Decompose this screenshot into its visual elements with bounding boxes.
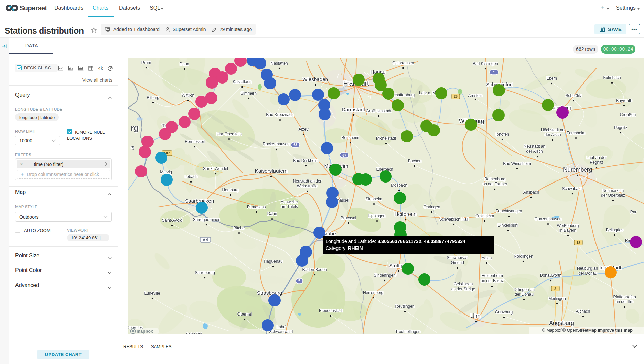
svg-text:Homburg: Homburg (222, 188, 238, 192)
svg-text:der Oberpfalz: der Oberpfalz (601, 193, 625, 198)
svg-text:Wittlich: Wittlich (182, 93, 194, 98)
svg-text:Geislingen: Geislingen (454, 282, 473, 286)
svg-text:Bruchsal: Bruchsal (341, 216, 356, 220)
svg-text:Bitche: Bitche (234, 226, 245, 230)
svg-text:Heilbronn: Heilbronn (395, 211, 417, 217)
svg-text:Reutlingen: Reutlingen (395, 304, 415, 309)
svg-text:Pfaffenhofen: Pfaffenhofen (613, 295, 636, 299)
svg-text:Aalen: Aalen (482, 256, 492, 260)
svg-text:Weinstraße: Weinstraße (297, 184, 318, 188)
svg-text:26: 26 (454, 94, 458, 98)
svg-text:Dinkelsbühl: Dinkelsbühl (497, 223, 518, 228)
svg-text:Aichach: Aichach (576, 309, 590, 314)
svg-text:Neumarkt in: Neumarkt in (602, 188, 624, 193)
svg-text:Longitude and Latitude: 8.3055: Longitude and Latitude: 8.30556376651173… (326, 239, 465, 244)
svg-text:Nördlingen: Nördlingen (514, 254, 533, 259)
svg-text:Bad Windsheim: Bad Windsheim (503, 161, 531, 166)
svg-text:Trochtelfingen: Trochtelfingen (395, 329, 421, 334)
svg-text:Rockenhausen: Rockenhausen (263, 142, 290, 146)
svg-text:in Bayern: in Bayern (559, 228, 576, 233)
svg-text:Pegnitz: Pegnitz (614, 125, 627, 130)
svg-text:Günzburg: Günzburg (495, 310, 513, 315)
svg-text:an der Brenz: an der Brenz (481, 278, 504, 283)
svg-text:Michelstadt: Michelstadt (376, 136, 396, 141)
svg-text:Obernai: Obernai (237, 312, 252, 317)
svg-text:Schwarzwald: Schwarzwald (269, 329, 293, 334)
svg-text:Forchheim: Forchheim (567, 131, 585, 135)
svg-text:Ebern: Ebern (546, 76, 557, 81)
svg-text:Bad Dürkheim: Bad Dürkheim (293, 158, 318, 163)
svg-text:Schwabach: Schwabach (562, 186, 583, 191)
svg-text:Feuchtwangen: Feuchtwangen (496, 209, 522, 213)
svg-text:Höchstadt an: Höchstadt an (541, 128, 565, 132)
svg-text:Category: RHEIN: Category: RHEIN (326, 245, 363, 251)
svg-text:Bitburg: Bitburg (147, 95, 159, 100)
svg-text:67: 67 (342, 153, 346, 157)
svg-text:Sankt Wendel: Sankt Wendel (203, 166, 228, 171)
svg-text:Scheßlitz: Scheßlitz (566, 93, 582, 98)
svg-text:5: 5 (298, 279, 300, 283)
svg-text:Bensheim: Bensheim (342, 135, 359, 140)
svg-text:der Aisch: der Aisch (526, 149, 543, 154)
svg-text:Eppingen: Eppingen (368, 213, 385, 218)
svg-text:Groß-Umstadt: Groß-Umstadt (366, 109, 391, 113)
svg-text:Haguenau: Haguenau (264, 259, 282, 264)
svg-text:Schwäbisch Hall: Schwäbisch Hall (439, 217, 468, 222)
svg-text:Daun: Daun (180, 62, 189, 66)
svg-text:der Donau: der Donau (578, 271, 597, 276)
svg-text:Donauwörth: Donauwörth (540, 273, 561, 278)
svg-text:Rothenburg: Rothenburg (484, 177, 505, 181)
svg-text:rg: rg (131, 145, 134, 150)
svg-text:Freudenstadt: Freudenstadt (319, 308, 343, 313)
svg-text:Kastellaun: Kastellaun (233, 79, 251, 84)
svg-text:Kaiserslautern: Kaiserslautern (255, 168, 288, 174)
svg-text:an der Ilm: an der Ilm (616, 299, 634, 304)
svg-text:Lahr/: Lahr/ (276, 325, 286, 329)
svg-text:Sarreguemines: Sarreguemines (193, 217, 220, 222)
svg-text:Lauf an der: Lauf an der (586, 155, 607, 160)
svg-text:Idar-Oberstein: Idar-Oberstein (216, 132, 242, 136)
svg-text:Sinsheim: Sinsheim (366, 197, 382, 201)
svg-text:Tr: Tr (162, 123, 166, 128)
svg-text:Dahn: Dahn (267, 211, 277, 216)
svg-text:Bayreuth: Bayreuth (616, 98, 632, 103)
svg-text:an der Steige: an der Steige (451, 287, 475, 291)
svg-text:Strasbourg: Strasbourg (257, 290, 282, 296)
svg-text:Nastätten: Nastätten (271, 61, 288, 66)
svg-text:Baden-Baden: Baden-Baden (302, 267, 327, 272)
svg-text:Neustadt an der: Neustadt an der (293, 179, 322, 184)
svg-text:Hermeskeil: Hermeskeil (185, 139, 204, 144)
svg-text:Saint-Dié-: Saint-Dié- (186, 332, 204, 334)
svg-text:Kulmbach: Kulmbach (603, 75, 621, 80)
svg-text:Gmünd: Gmünd (451, 260, 464, 265)
svg-text:Bad Kissingen: Bad Kissingen (473, 61, 498, 66)
svg-text:Heidenheim: Heidenheim (481, 273, 503, 278)
svg-text:Gelnhausen: Gelnhausen (392, 61, 414, 65)
svg-text:Buchen: Buchen (408, 159, 421, 163)
svg-text:Darmstadt: Darmstadt (342, 107, 365, 112)
svg-text:Beilngries: Beilngries (606, 228, 623, 232)
svg-text:Creußen: Creußen (620, 112, 636, 117)
svg-text:Simmern: Simmern (240, 91, 257, 96)
svg-text:häusel: häusel (337, 198, 349, 203)
svg-text:Weißenburg: Weißenburg (557, 223, 579, 228)
svg-text:A 4: A 4 (203, 238, 208, 242)
svg-text:Sarrebourg: Sarrebourg (195, 270, 215, 275)
svg-text:Par: Par (630, 210, 637, 214)
svg-text:Bad Kreuznach: Bad Kreuznach (266, 112, 293, 117)
svg-text:Arnstein: Arnstein (468, 93, 483, 98)
svg-text:der Donau: der Donau (515, 292, 534, 297)
svg-text:Iphofen: Iphofen (495, 132, 509, 137)
svg-text:Sindelfingen: Sindelfingen (374, 273, 395, 278)
svg-text:Lunéville: Lunéville (144, 291, 160, 296)
svg-text:Crailsheim: Crailsheim (475, 213, 494, 218)
svg-text:Lebach: Lebach (184, 174, 197, 179)
svg-text:Schwäbisch: Schwäbisch (447, 255, 468, 260)
svg-text:Öhringen: Öhringen (424, 205, 440, 209)
svg-text:Ansbach: Ansbach (523, 190, 539, 195)
svg-text:Alzey: Alzey (298, 127, 309, 132)
svg-text:rg: rg (131, 123, 139, 132)
svg-text:13: 13 (576, 241, 580, 245)
svg-text:71: 71 (492, 70, 496, 74)
svg-text:Mosbach: Mosbach (391, 183, 407, 188)
